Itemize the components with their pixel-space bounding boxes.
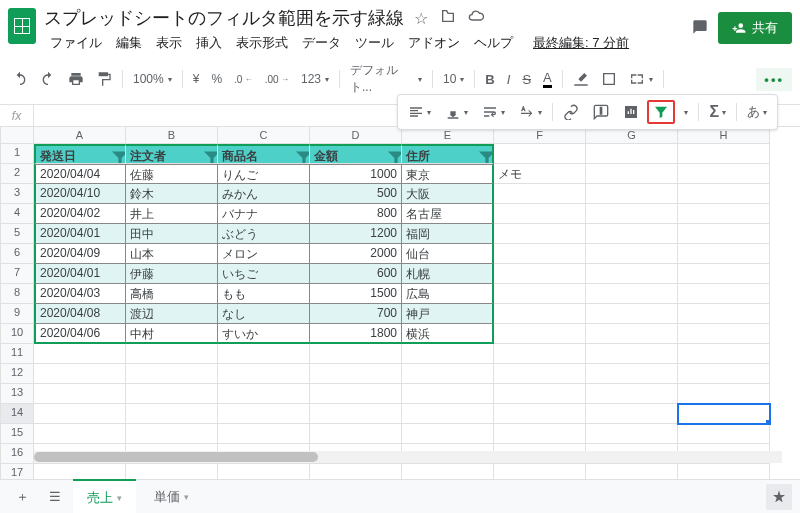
- spreadsheet-grid[interactable]: ABCDEFGH1発送日注文者商品名金額住所22020/04/04佐藤りんご10…: [0, 127, 800, 484]
- data-cell[interactable]: 2020/04/09: [34, 244, 126, 264]
- empty-cell[interactable]: [126, 364, 218, 384]
- data-cell[interactable]: 東京: [402, 164, 494, 184]
- empty-cell[interactable]: [218, 364, 310, 384]
- data-cell[interactable]: もも: [218, 284, 310, 304]
- empty-cell[interactable]: [126, 404, 218, 424]
- menu-format[interactable]: 表示形式: [230, 32, 294, 54]
- data-cell[interactable]: 2020/04/08: [34, 304, 126, 324]
- empty-cell[interactable]: [218, 424, 310, 444]
- data-cell[interactable]: ぶどう: [218, 224, 310, 244]
- insert-link-button[interactable]: [557, 100, 585, 124]
- empty-cell[interactable]: [586, 404, 678, 424]
- sheet-tab-other[interactable]: 単価▾: [140, 480, 203, 514]
- data-cell[interactable]: 800: [310, 204, 402, 224]
- empty-cell[interactable]: [678, 384, 770, 404]
- empty-cell[interactable]: [586, 424, 678, 444]
- all-sheets-button[interactable]: ☰: [41, 483, 69, 510]
- data-cell[interactable]: 1000: [310, 164, 402, 184]
- data-cell[interactable]: 高橋: [126, 284, 218, 304]
- row-header[interactable]: 7: [0, 264, 34, 284]
- row-header[interactable]: 10: [0, 324, 34, 344]
- print-button[interactable]: [64, 67, 88, 91]
- filter-header-cell[interactable]: 住所: [402, 144, 494, 164]
- fill-color-button[interactable]: [569, 67, 593, 91]
- row-header[interactable]: 6: [0, 244, 34, 264]
- functions-button[interactable]: Σ: [703, 99, 732, 125]
- menu-tools[interactable]: ツール: [349, 32, 400, 54]
- empty-cell[interactable]: [494, 184, 586, 204]
- empty-cell[interactable]: [586, 344, 678, 364]
- decrease-decimal-button[interactable]: .0←: [230, 68, 257, 90]
- percent-button[interactable]: %: [207, 68, 226, 90]
- empty-cell[interactable]: [586, 264, 678, 284]
- empty-cell[interactable]: [678, 344, 770, 364]
- empty-cell[interactable]: [494, 144, 586, 164]
- data-cell[interactable]: 2020/04/01: [34, 224, 126, 244]
- data-cell[interactable]: みかん: [218, 184, 310, 204]
- filter-dropdown-icon[interactable]: [296, 150, 306, 160]
- data-cell[interactable]: 500: [310, 184, 402, 204]
- empty-cell[interactable]: [586, 384, 678, 404]
- empty-cell[interactable]: [586, 244, 678, 264]
- data-cell[interactable]: 広島: [402, 284, 494, 304]
- empty-cell[interactable]: [678, 304, 770, 324]
- empty-cell[interactable]: [310, 424, 402, 444]
- data-cell[interactable]: 2020/04/02: [34, 204, 126, 224]
- empty-cell[interactable]: [678, 324, 770, 344]
- filter-header-cell[interactable]: 商品名: [218, 144, 310, 164]
- row-header[interactable]: 11: [0, 344, 34, 364]
- data-cell[interactable]: 山本: [126, 244, 218, 264]
- empty-cell[interactable]: [586, 324, 678, 344]
- empty-cell[interactable]: [494, 324, 586, 344]
- empty-cell[interactable]: [310, 384, 402, 404]
- data-cell[interactable]: 名古屋: [402, 204, 494, 224]
- paint-format-button[interactable]: [92, 67, 116, 91]
- row-header[interactable]: 3: [0, 184, 34, 204]
- menu-data[interactable]: データ: [296, 32, 347, 54]
- menu-file[interactable]: ファイル: [44, 32, 108, 54]
- empty-cell[interactable]: [586, 204, 678, 224]
- empty-cell[interactable]: [494, 244, 586, 264]
- filter-dropdown-icon[interactable]: [204, 150, 214, 160]
- empty-cell[interactable]: [678, 264, 770, 284]
- empty-cell[interactable]: [586, 184, 678, 204]
- filter-header-cell[interactable]: 金額: [310, 144, 402, 164]
- empty-cell[interactable]: [34, 404, 126, 424]
- toolbar-more-button[interactable]: •••: [756, 68, 792, 91]
- data-cell[interactable]: 2000: [310, 244, 402, 264]
- bold-button[interactable]: B: [481, 68, 498, 91]
- data-cell[interactable]: 札幌: [402, 264, 494, 284]
- empty-cell[interactable]: [494, 384, 586, 404]
- data-cell[interactable]: メモ: [494, 164, 586, 184]
- doc-title[interactable]: スプレッドシートのフィルタ範囲を示す緑線: [44, 6, 404, 30]
- filter-button[interactable]: [647, 100, 675, 124]
- empty-cell[interactable]: [494, 204, 586, 224]
- data-cell[interactable]: 大阪: [402, 184, 494, 204]
- empty-cell[interactable]: [126, 384, 218, 404]
- column-header[interactable]: D: [310, 127, 402, 144]
- empty-cell[interactable]: [678, 184, 770, 204]
- empty-cell[interactable]: [402, 384, 494, 404]
- empty-cell[interactable]: [34, 424, 126, 444]
- row-header[interactable]: 2: [0, 164, 34, 184]
- row-header[interactable]: 8: [0, 284, 34, 304]
- empty-cell[interactable]: [218, 344, 310, 364]
- empty-cell[interactable]: [402, 404, 494, 424]
- borders-button[interactable]: [597, 67, 621, 91]
- undo-button[interactable]: [8, 67, 32, 91]
- explore-button[interactable]: [766, 484, 792, 510]
- empty-cell[interactable]: [678, 364, 770, 384]
- sheet-tab-active[interactable]: 売上▾: [73, 479, 136, 514]
- data-cell[interactable]: 仙台: [402, 244, 494, 264]
- row-header[interactable]: 4: [0, 204, 34, 224]
- empty-cell[interactable]: [402, 424, 494, 444]
- data-cell[interactable]: 佐藤: [126, 164, 218, 184]
- empty-cell[interactable]: [218, 384, 310, 404]
- data-cell[interactable]: 2020/04/06: [34, 324, 126, 344]
- data-cell[interactable]: すいか: [218, 324, 310, 344]
- last-edit-link[interactable]: 最終編集: 7 分前: [527, 32, 635, 54]
- data-cell[interactable]: 神戸: [402, 304, 494, 324]
- menu-view[interactable]: 表示: [150, 32, 188, 54]
- filter-header-cell[interactable]: 発送日: [34, 144, 126, 164]
- sheets-logo[interactable]: [8, 8, 36, 44]
